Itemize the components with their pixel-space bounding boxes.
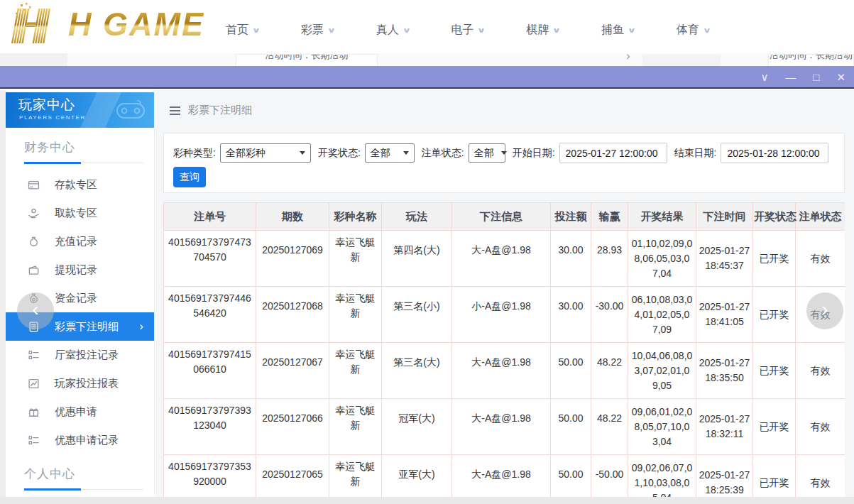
table-cell: 有效 [796, 399, 845, 455]
table-row: 40156917379744654642020250127068幸运飞艇新第三名… [164, 287, 845, 343]
sidebar-item-withdrawal-records[interactable]: 提现记录 [6, 256, 154, 284]
nav-item-electronic[interactable]: 电子∨ [451, 23, 484, 38]
table-cell: 大-A盘@1.98 [452, 343, 551, 399]
start-date-label: 开始日期: [513, 147, 555, 160]
maximize-icon[interactable]: □ [813, 70, 819, 84]
minimize-icon[interactable]: — [785, 70, 796, 84]
page-title: 彩票下注明细 [188, 104, 252, 117]
table-cell: 已开奖 [753, 343, 796, 399]
nav-item-live[interactable]: 真人∨ [376, 23, 410, 38]
table-cell: 401569173797353920000 [164, 455, 256, 498]
table-cell: 2025-01-27 18:32:11 [696, 399, 753, 455]
table-cell: 幸运飞艇新 [329, 455, 382, 498]
table-cell: -50.00 [591, 455, 628, 498]
table-cell: 09,02,06,07,01,10,03,08,05,04 [628, 455, 696, 498]
table-cell: 06,10,08,03,04,01,02,05,07,09 [628, 287, 696, 343]
query-button[interactable]: 查询 [173, 167, 206, 187]
column-header: 下注信息 [452, 203, 551, 231]
wallet-icon [28, 264, 40, 276]
menu-toggle-icon[interactable] [170, 106, 180, 115]
carousel-prev-button[interactable]: ‹ [17, 292, 54, 329]
table-cell: 2025-01-27 18:41:05 [696, 287, 753, 343]
table-cell: 大-A盘@1.98 [452, 399, 551, 455]
table-cell: 20250127066 [256, 399, 329, 455]
main-nav: 首页∨彩票∨真人∨电子∨棋牌∨捕鱼∨体育∨ [226, 23, 710, 38]
table-cell: 大-A盘@1.98 [452, 455, 551, 498]
table-cell: 50.00 [551, 343, 591, 399]
table-cell: 50.00 [551, 399, 591, 455]
section-underline [24, 488, 143, 491]
nav-item-label: 体育 [677, 23, 699, 38]
site-header: H GAME 首页∨彩票∨真人∨电子∨棋牌∨捕鱼∨体育∨ [0, 0, 854, 53]
select-arrow-icon [501, 151, 507, 155]
sidebar-item-player-bet-report[interactable]: 玩家投注报表 [6, 369, 154, 398]
sidebar-item-label: 取款专区 [55, 207, 97, 220]
lottery-type-select[interactable]: 全部彩种 [220, 143, 311, 163]
sidebar-item-deposit-zone[interactable]: 存款专区 [6, 170, 154, 199]
column-header: 下注时间 [696, 203, 753, 231]
draw-status-label: 开奖状态: [318, 147, 361, 160]
footer-strip [0, 497, 854, 504]
table-cell: 第三名(小) [382, 287, 452, 343]
chevron-down-icon: ∨ [402, 26, 411, 34]
column-header: 彩种名称 [329, 203, 382, 231]
table-cell: 有效 [796, 455, 845, 498]
order-status-select[interactable]: 全部 [469, 143, 505, 163]
sidebar-item-label: 优惠申请记录 [55, 434, 119, 447]
nav-item-home[interactable]: 首页∨ [226, 23, 259, 38]
sidebar-item-label: 优惠申请 [55, 405, 97, 419]
table-cell: 已开奖 [753, 399, 796, 455]
hall-list-icon [28, 349, 40, 361]
chevron-down-icon: ∨ [327, 26, 336, 34]
nav-item-chess[interactable]: 棋牌∨ [526, 23, 559, 38]
table-header-row: 注单号期数彩种名称玩法下注信息投注额输赢开奖结果下注时间开奖状态注单状态 [164, 203, 845, 231]
filter-panel: 彩种类型: 全部彩种 开奖状态: 全部 注单状态: 全部 开始日期: 结束日期:… [163, 133, 845, 193]
start-date-input[interactable] [559, 143, 667, 163]
sidebar-item-hall-bet-records[interactable]: 厅室投注记录 [6, 341, 154, 369]
background-chevron-icon: › [626, 53, 630, 63]
table-cell: 幸运飞艇新 [329, 231, 382, 287]
table-cell: 401569173797415066610 [164, 343, 256, 399]
table-cell: 冠军(大) [382, 399, 452, 455]
chevron-down-icon: ∨ [702, 26, 711, 34]
table-cell: 幸运飞艇新 [329, 399, 382, 455]
order-status-label: 注单状态: [422, 147, 464, 160]
draw-status-select[interactable]: 全部 [365, 143, 415, 163]
bets-table: 注单号期数彩种名称玩法下注信息投注额输赢开奖结果下注时间开奖状态注单状态 401… [163, 202, 845, 497]
table-cell: 48.22 [591, 343, 628, 399]
close-icon[interactable]: ✕ [836, 70, 845, 84]
gamepad-icon [116, 98, 147, 122]
sidebar-item-label: 充值记录 [55, 235, 97, 248]
table-cell: 已开奖 [753, 231, 796, 287]
sidebar-item-label: 存款专区 [55, 178, 97, 192]
sidebar-item-promo-apply[interactable]: 优惠申请 [6, 398, 154, 426]
page: H GAME 首页∨彩票∨真人∨电子∨棋牌∨捕鱼∨体育∨ 活动时间：长期活动 ›… [0, 0, 854, 504]
logo-text: H GAME [68, 4, 204, 45]
collapse-icon[interactable]: ∨ [760, 70, 768, 84]
end-date-label: 结束日期: [674, 147, 717, 160]
table-cell: 已开奖 [753, 287, 796, 343]
background-block [642, 55, 721, 66]
modal-titlebar[interactable]: ∨ — □ ✕ [0, 66, 854, 89]
end-date-input[interactable] [721, 143, 828, 163]
table-cell: 30.00 [551, 287, 591, 343]
background-card: 活动时间：长期活动 [236, 54, 378, 66]
sidebar-item-label: 资金记录 [55, 292, 97, 305]
table-row: 40156917379739312304020250127066幸运飞艇新冠军(… [164, 399, 845, 455]
column-header: 期数 [256, 203, 329, 231]
chevron-down-icon: ∨ [252, 26, 261, 34]
sidebar-item-withdraw-zone[interactable]: 取款专区 [6, 199, 154, 227]
brand-logo[interactable]: H GAME [7, 3, 204, 45]
nav-item-sports[interactable]: 体育∨ [677, 23, 710, 38]
money-bag-icon [28, 236, 40, 248]
table-cell: 09,06,01,02,08,05,07,10,03,04 [628, 399, 696, 455]
nav-item-lottery[interactable]: 彩票∨ [301, 23, 334, 38]
sidebar-item-recharge-records[interactable]: 充值记录 [6, 227, 154, 256]
background-card: 活动时间：长期活动 [768, 54, 854, 66]
table-cell: 幸运飞艇新 [329, 343, 382, 399]
nav-item-fishing[interactable]: 捕鱼∨ [601, 23, 635, 38]
table-cell: 大-A盘@1.98 [452, 231, 551, 287]
sidebar-item-promo-apply-records[interactable]: 优惠申请记录 [6, 426, 154, 454]
carousel-next-button[interactable]: › [806, 292, 843, 329]
sidebar-item-label: 玩家投注报表 [55, 377, 119, 390]
